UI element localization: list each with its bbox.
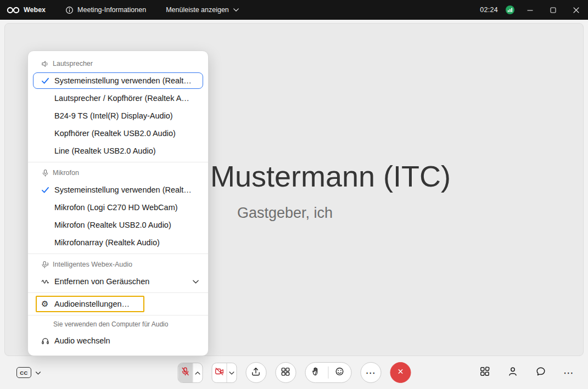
menu-item-microphone-0[interactable]: Systemeinstellung verwenden (Realt… [28, 181, 208, 199]
chevron-up-icon [194, 368, 200, 377]
layout-button[interactable] [275, 362, 296, 383]
mute-control [177, 363, 203, 383]
leave-meeting-button[interactable] [390, 362, 411, 383]
close-x-icon [396, 367, 405, 378]
menu-item-label: Line (Realtek USB2.0 Audio) [54, 146, 156, 155]
smart-audio-icon [41, 261, 49, 269]
menu-item-switch-audio[interactable]: Audio wechseln [28, 331, 208, 351]
network-quality-icon [506, 5, 514, 14]
chevron-down-icon [192, 279, 199, 284]
menu-toggle-button[interactable]: Menüleiste anzeigen [166, 6, 239, 14]
menu-item-audio-settings[interactable]: ⚙ Audioeinstellungen… [28, 295, 208, 313]
menu-item-label: Systemeinstellung verwenden (Realt… [54, 76, 192, 85]
chevron-down-icon [35, 368, 41, 377]
audio-connection-note: Sie verwenden den Computer für Audio [28, 318, 208, 331]
microphone-muted-icon [180, 367, 190, 379]
menu-divider [28, 292, 208, 293]
menu-item-label: Audioeinstellungen… [54, 300, 130, 308]
meeting-info-label: Meeting-Informationen [77, 6, 146, 14]
reactions-control [305, 362, 351, 383]
meeting-timer: 02:24 [480, 6, 498, 14]
speaker-section-label: Lautsprecher [53, 60, 93, 67]
maximize-button[interactable] [545, 0, 561, 20]
menu-item-speaker-3[interactable]: Kopfhörer (Realtek USB2.0 Audio) [28, 125, 208, 142]
menu-item-label: Mikrofon (Logi C270 HD WebCam) [54, 203, 178, 212]
menu-item-speaker-1[interactable]: Lautsprecher / Kopfhörer (Realtek A… [28, 89, 208, 107]
speaker-section-header: Lautsprecher [28, 55, 208, 72]
participants-icon [507, 366, 518, 379]
check-icon [41, 77, 54, 84]
meeting-info-button[interactable]: Meeting-Informationen [65, 6, 146, 14]
smart-audio-section-header: Intelligentes Webex-Audio [28, 256, 208, 273]
menu-divider [28, 253, 208, 254]
smart-audio-section-label: Intelligentes Webex-Audio [53, 261, 132, 268]
speaker-icon [41, 60, 49, 68]
menu-item-label: Mikrofon (Realtek USB2.0 Audio) [54, 221, 171, 229]
raised-hand-icon [312, 367, 322, 379]
chat-bubble-icon [535, 366, 546, 379]
switch-audio-icon [41, 337, 54, 345]
titlebar: Webex Meeting-Informationen Menüleiste a… [0, 0, 588, 20]
noise-removal-icon [41, 278, 54, 286]
cc-label: CC [20, 370, 27, 376]
unmute-button[interactable] [178, 363, 192, 382]
menu-item-label: Mikrofonarray (Realtek Audio) [54, 238, 160, 247]
menu-item-microphone-3[interactable]: Mikrofonarray (Realtek Audio) [28, 234, 208, 251]
menu-item-speaker-2[interactable]: B24-9 TS (Intel(R) Display-Audio) [28, 107, 208, 125]
menu-divider [28, 315, 208, 315]
menu-item-label: Kopfhörer (Realtek USB2.0 Audio) [54, 129, 176, 138]
menu-item-noise-removal[interactable]: Entfernen von Geräuschen [28, 273, 208, 290]
microphone-section-header: Mikrofon [28, 165, 208, 181]
closed-captions-button[interactable]: CC [16, 367, 41, 378]
participant-name: Mustermann (ITC) [210, 159, 451, 193]
more-options-icon: ⋯ [366, 368, 376, 378]
menu-divider [28, 162, 208, 162]
camera-off-icon [214, 367, 224, 379]
info-icon [65, 6, 74, 14]
smiley-icon [335, 367, 345, 379]
share-icon [251, 367, 261, 379]
share-screen-button[interactable] [245, 362, 266, 383]
audio-device-menu: Lautsprecher Systemeinstellung verwenden… [27, 50, 209, 356]
menu-item-label: B24-9 TS (Intel(R) Display-Audio) [54, 111, 173, 120]
menu-item-label: Entfernen von Geräuschen [54, 277, 149, 286]
chevron-down-icon [228, 368, 234, 377]
menu-item-microphone-2[interactable]: Mikrofon (Realtek USB2.0 Audio) [28, 216, 208, 234]
app-name: Webex [24, 6, 46, 14]
menu-item-microphone-1[interactable]: Mikrofon (Logi C270 HD WebCam) [28, 199, 208, 216]
webex-logo-icon [7, 7, 20, 14]
control-bar: CC [0, 356, 588, 389]
more-panels-button[interactable]: ⋯ [563, 368, 574, 378]
raise-hand-button[interactable] [305, 363, 328, 382]
video-options-caret[interactable] [226, 363, 236, 382]
minimize-button[interactable] [522, 0, 537, 20]
menu-item-label: Audio wechseln [54, 336, 110, 345]
chevron-down-icon [233, 8, 239, 12]
video-control [211, 363, 237, 383]
more-panels-icon: ⋯ [563, 368, 574, 378]
start-video-button[interactable] [212, 363, 226, 382]
microphone-icon [41, 169, 49, 177]
more-options-button[interactable]: ⋯ [360, 362, 381, 383]
apps-button[interactable] [479, 366, 490, 379]
check-icon [41, 187, 54, 194]
microphone-section-label: Mikrofon [53, 169, 79, 177]
gear-icon: ⚙ [41, 300, 54, 308]
menu-item-speaker-0[interactable]: Systemeinstellung verwenden (Realt… [28, 72, 208, 89]
participants-button[interactable] [507, 366, 518, 379]
reactions-button[interactable] [328, 363, 351, 382]
apps-icon [479, 366, 490, 379]
app-brand: Webex [7, 6, 46, 14]
menu-item-label: Lautsprecher / Kopfhörer (Realtek A… [54, 94, 189, 103]
participant-role: Gastgeber, ich [237, 205, 333, 222]
closed-captions-icon: CC [16, 367, 31, 378]
close-button[interactable] [568, 0, 584, 20]
menu-item-speaker-4[interactable]: Line (Realtek USB2.0 Audio) [28, 142, 208, 160]
menu-item-label: Systemeinstellung verwenden (Realt… [54, 185, 192, 194]
audio-options-caret[interactable] [192, 363, 202, 382]
menu-toggle-label: Menüleiste anzeigen [166, 6, 229, 14]
layout-grid-icon [281, 367, 291, 379]
chat-button[interactable] [535, 366, 546, 379]
